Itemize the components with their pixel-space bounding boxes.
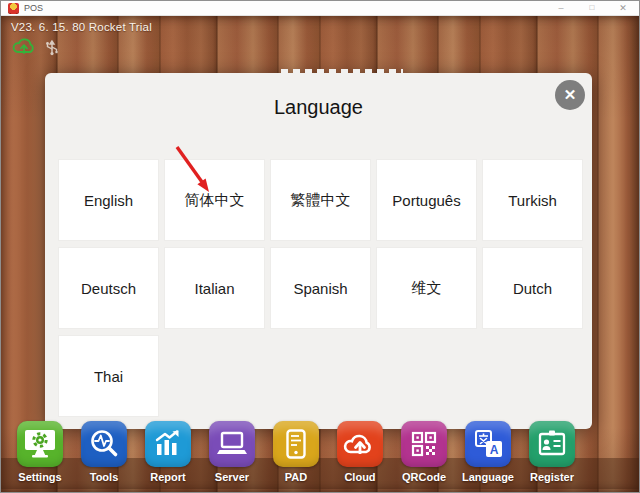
- toolbar-item-settings[interactable]: Settings: [9, 421, 71, 483]
- pad-icon: [273, 421, 319, 467]
- report-icon: [145, 421, 191, 467]
- toolbar-item-language[interactable]: A Language: [457, 421, 519, 483]
- toolbar-label-report: Report: [137, 471, 199, 483]
- titlebar: POS – □ ✕: [1, 1, 639, 16]
- usb-icon[interactable]: [43, 38, 61, 60]
- language-button-portuguese[interactable]: Português: [377, 160, 476, 240]
- cloud-upload-icon[interactable]: [12, 36, 36, 59]
- language-dialog: Language ✕ English 简体中文 繁體中文 Português T…: [45, 73, 592, 429]
- window-title: POS: [24, 3, 43, 13]
- toolbar-label-cloud: Cloud: [329, 471, 391, 483]
- dialog-title: Language: [45, 73, 592, 119]
- language-button-spanish[interactable]: Spanish: [271, 248, 370, 328]
- server-icon: [209, 421, 255, 467]
- tools-icon: [81, 421, 127, 467]
- toolbar-label-qrcode: QRCode: [393, 471, 455, 483]
- language-button-dutch[interactable]: Dutch: [483, 248, 582, 328]
- toolbar-item-server[interactable]: Server: [201, 421, 263, 483]
- toolbar-label-pad: PAD: [265, 471, 327, 483]
- toolbar-item-pad[interactable]: PAD: [265, 421, 327, 483]
- language-button-thai[interactable]: Thai: [59, 336, 158, 416]
- language-grid: English 简体中文 繁體中文 Português Turkish Deut…: [59, 160, 582, 416]
- svg-text:A: A: [490, 443, 499, 457]
- minimize-button[interactable]: –: [550, 1, 572, 15]
- toolbar-label-tools: Tools: [73, 471, 135, 483]
- app-icon: [8, 3, 19, 14]
- qrcode-icon: [401, 421, 447, 467]
- version-text: V23. 6. 15. 80 Rocket Trial: [11, 21, 152, 33]
- language-button-italian[interactable]: Italian: [165, 248, 264, 328]
- toolbar-item-qrcode[interactable]: QRCode: [393, 421, 455, 483]
- maximize-button[interactable]: □: [581, 1, 603, 15]
- language-button-uyghur[interactable]: 维文: [377, 248, 476, 328]
- toolbar-label-register: Register: [521, 471, 583, 483]
- pos-app-window: POS – □ ✕ V23. 6. 15. 80 Rocket Trial La…: [0, 0, 640, 493]
- language-button-english[interactable]: English: [59, 160, 158, 240]
- toolbar-item-register[interactable]: Register: [521, 421, 583, 483]
- toolbar-item-cloud[interactable]: Cloud: [329, 421, 391, 483]
- register-icon: [529, 421, 575, 467]
- toolbar-label-language: Language: [457, 471, 519, 483]
- toolbar-label-settings: Settings: [9, 471, 71, 483]
- language-icon: A: [465, 421, 511, 467]
- cloud-icon: [337, 421, 383, 467]
- hidden-text-bumps: [281, 69, 403, 74]
- language-button-traditional-chinese[interactable]: 繁體中文: [271, 160, 370, 240]
- language-button-deutsch[interactable]: Deutsch: [59, 248, 158, 328]
- toolbar-label-server: Server: [201, 471, 263, 483]
- language-button-turkish[interactable]: Turkish: [483, 160, 582, 240]
- window-close-button[interactable]: ✕: [612, 1, 634, 15]
- toolbar-item-tools[interactable]: Tools: [73, 421, 135, 483]
- dialog-close-button[interactable]: ✕: [555, 80, 585, 110]
- toolbar-item-report[interactable]: Report: [137, 421, 199, 483]
- settings-icon: [17, 421, 63, 467]
- language-button-simplified-chinese[interactable]: 简体中文: [165, 160, 264, 240]
